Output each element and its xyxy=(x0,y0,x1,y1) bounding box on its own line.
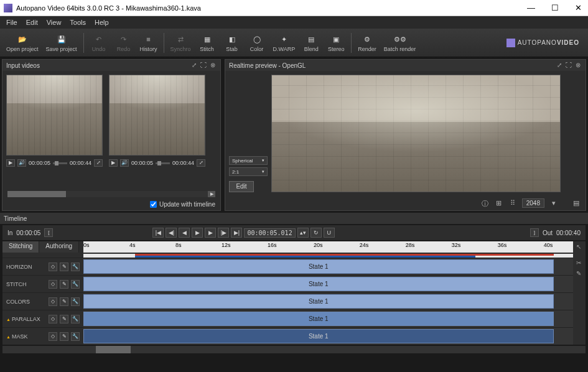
open-button[interactable]: 📂Open project xyxy=(2,32,42,53)
track-key-button[interactable]: ◇ xyxy=(49,297,57,306)
loop-button[interactable]: ↻ xyxy=(310,228,322,238)
tab-stitching[interactable]: Stitching xyxy=(2,241,39,253)
projection-dropdown[interactable]: Spherical xyxy=(229,156,268,165)
play-button[interactable]: ▶ xyxy=(192,228,203,238)
play-thumb-button[interactable]: ▶ xyxy=(6,159,15,167)
track-settings-button[interactable]: 🔧 xyxy=(71,297,80,306)
mute-thumb-button[interactable]: 🔊 xyxy=(120,159,129,167)
track-lane[interactable]: State 1 xyxy=(83,276,573,292)
snap-button[interactable]: U xyxy=(324,228,335,238)
pointer-tool-icon[interactable]: ↖ xyxy=(574,243,583,252)
render-button[interactable]: ⚙Render xyxy=(354,32,380,53)
mute-thumb-button[interactable]: 🔊 xyxy=(17,159,26,167)
in-set-button[interactable]: [ xyxy=(44,228,53,237)
dwarp-button[interactable]: ✦D.WARP xyxy=(269,32,299,53)
step-fwd-button[interactable]: ▶ xyxy=(205,228,216,238)
synchro-button[interactable]: ⇄Synchro xyxy=(167,32,195,53)
track-lane[interactable]: State 1 xyxy=(83,310,573,327)
info-icon[interactable]: ⓘ xyxy=(481,199,490,208)
ratio-dropdown[interactable]: 2:1 xyxy=(229,167,268,176)
update-timeline-input[interactable] xyxy=(150,201,157,208)
color-button[interactable]: ◯Color xyxy=(245,32,269,53)
goto-start-button[interactable]: |◀ xyxy=(152,228,164,238)
step-back-button[interactable]: ◀ xyxy=(179,228,190,238)
track-key-button[interactable]: ◇ xyxy=(49,315,57,323)
time-ruler[interactable]: 0s4s8s12s16s20s24s28s32s36s40s xyxy=(83,241,573,253)
edit-button[interactable]: Edit xyxy=(229,181,254,192)
track-lane[interactable]: State 1 xyxy=(83,293,573,310)
track-edit-button[interactable]: ✎ xyxy=(60,315,68,323)
out-set-button[interactable]: ] xyxy=(530,228,539,237)
blend-button[interactable]: ▤Blend xyxy=(299,32,324,53)
track-key-button[interactable]: ◇ xyxy=(49,280,57,289)
track-edit-button[interactable]: ✎ xyxy=(60,332,68,341)
track-edit-button[interactable]: ✎ xyxy=(60,297,68,306)
track-label: STITCH xyxy=(6,281,46,287)
track-settings-button[interactable]: 🔧 xyxy=(71,332,80,341)
track-edit-button[interactable]: ✎ xyxy=(60,263,68,271)
video-thumb-1[interactable]: ▶🔊00:00:0500:00:44⤢ xyxy=(109,75,205,185)
save-button[interactable]: 💾Save project xyxy=(42,32,81,53)
track-clip[interactable]: State 1 xyxy=(83,329,554,343)
tc-stepper[interactable]: ▴▾ xyxy=(297,228,309,238)
expand-thumb-button[interactable]: ⤢ xyxy=(197,159,205,167)
popout-icon[interactable]: ⤢ xyxy=(190,62,198,69)
expand-icon[interactable]: ⛶ xyxy=(565,62,572,69)
timeline-scroll-h[interactable] xyxy=(2,346,586,353)
maximize-button[interactable]: ☐ xyxy=(549,3,561,12)
close-panel-icon[interactable]: ⊗ xyxy=(574,62,582,69)
track-clip[interactable]: State 1 xyxy=(83,294,554,309)
thumb-image[interactable] xyxy=(6,75,103,156)
scroll-right-icon[interactable]: ▶ xyxy=(208,191,215,197)
pen-tool-icon[interactable]: ✎ xyxy=(574,270,583,279)
track-key-button[interactable]: ◇ xyxy=(49,263,57,271)
grid-icon[interactable]: ⊞ xyxy=(495,199,503,208)
input-scroll-h[interactable]: ▶ xyxy=(7,191,215,197)
settings-icon[interactable]: ▤ xyxy=(572,199,581,208)
timecode-field[interactable]: 00:00:05.012 xyxy=(244,228,295,238)
track-key-button[interactable]: ◇ xyxy=(49,332,57,341)
thumb-scrub[interactable] xyxy=(156,162,170,164)
goto-end-button[interactable]: ▶| xyxy=(231,228,242,238)
next-key-button[interactable]: |▶ xyxy=(218,228,229,238)
track-settings-button[interactable]: 🔧 xyxy=(71,263,80,271)
track-settings-button[interactable]: 🔧 xyxy=(71,315,80,323)
track-clip[interactable]: State 1 xyxy=(83,312,554,326)
track-lane[interactable]: State 1 xyxy=(83,258,573,275)
menu-help[interactable]: Help xyxy=(91,17,113,27)
ruler-tick: 20s xyxy=(314,242,323,248)
close-button[interactable]: ✕ xyxy=(572,3,584,12)
stereo-button[interactable]: ▣Stereo xyxy=(324,32,348,53)
expand-icon[interactable]: ⛶ xyxy=(200,62,207,69)
video-thumb-0[interactable]: ▶🔊00:00:0500:00:44⤢ xyxy=(6,75,103,185)
batch-button[interactable]: ⚙⚙Batch render xyxy=(380,32,420,53)
minimize-button[interactable]: — xyxy=(525,3,538,12)
redo-button[interactable]: ↷Redo xyxy=(111,32,136,53)
menu-edit[interactable]: Edit xyxy=(22,17,42,27)
dots-icon[interactable]: ⠿ xyxy=(508,199,517,208)
menu-view[interactable]: View xyxy=(43,17,65,27)
play-thumb-button[interactable]: ▶ xyxy=(109,159,118,167)
stepper-icon[interactable]: ▾ xyxy=(549,199,558,208)
cut-tool-icon[interactable]: ✂ xyxy=(574,259,583,268)
track-clip[interactable]: State 1 xyxy=(83,259,554,274)
menu-file[interactable]: File xyxy=(2,17,21,27)
expand-thumb-button[interactable]: ⤢ xyxy=(94,159,103,167)
track-edit-button[interactable]: ✎ xyxy=(60,280,68,289)
panorama-preview[interactable] xyxy=(271,75,561,192)
close-panel-icon[interactable]: ⊗ xyxy=(209,62,217,69)
track-lane[interactable]: State 1 xyxy=(83,328,573,345)
prev-key-button[interactable]: ◀| xyxy=(166,228,177,238)
stitch-button[interactable]: ▦Stitch xyxy=(195,32,220,53)
track-settings-button[interactable]: 🔧 xyxy=(71,280,80,289)
tab-authoring[interactable]: Authoring xyxy=(39,241,79,253)
undo-button[interactable]: ↶Undo xyxy=(86,32,111,53)
popout-icon[interactable]: ⤢ xyxy=(556,62,563,69)
thumb-image[interactable] xyxy=(109,75,205,156)
track-clip[interactable]: State 1 xyxy=(83,277,554,291)
stab-button[interactable]: ◧Stab xyxy=(220,32,245,53)
update-timeline-checkbox[interactable]: Update with timeline xyxy=(7,201,215,208)
menu-tools[interactable]: Tools xyxy=(66,17,90,27)
history-button[interactable]: ≡History xyxy=(136,32,161,53)
thumb-scrub[interactable] xyxy=(53,162,67,164)
